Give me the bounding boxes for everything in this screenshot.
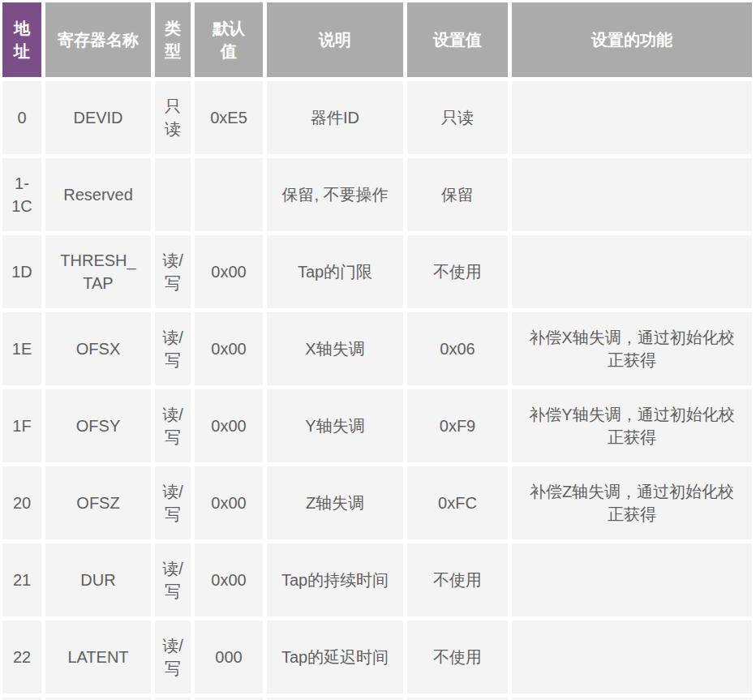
type-cell: 只读 — [155, 81, 191, 154]
col-header-set-value: 设置值 — [407, 2, 508, 77]
address-cell: 1D — [2, 235, 41, 308]
col-header-type: 类型 — [155, 2, 191, 77]
set-value-cell: 0x06 — [407, 312, 508, 385]
address-cell: 20 — [2, 466, 41, 539]
register-name-cell: THRESH_TAP — [45, 235, 151, 308]
description-cell: Tap的门限 — [267, 235, 403, 308]
type-cell — [155, 158, 191, 231]
set-value-cell: 不使用 — [407, 543, 508, 616]
address-cell: 0 — [2, 81, 41, 154]
col-header-description: 说明 — [267, 2, 403, 77]
set-value-cell: 只读 — [407, 81, 508, 154]
set-function-cell — [512, 543, 752, 616]
address-cell: 1F — [2, 389, 41, 462]
description-cell: Z轴失调 — [267, 466, 403, 539]
address-cell: 21 — [2, 543, 41, 616]
col-header-address: 地址 — [2, 2, 41, 77]
type-cell: 读/写 — [155, 466, 191, 539]
register-name-cell: Reserved — [45, 158, 151, 231]
table-row: 21 DUR 读/写 0x00 Tap的持续时间 不使用 — [2, 543, 752, 616]
set-function-cell — [512, 81, 752, 154]
description-cell: 保留, 不要操作 — [267, 158, 403, 231]
table-row: 1E OFSX 读/写 0x00 X轴失调 0x06 补偿X轴失调，通过初始化校… — [2, 312, 752, 385]
set-value-cell: 不使用 — [407, 621, 508, 694]
set-function-cell — [512, 235, 752, 308]
default-value-cell: 0x00 — [195, 312, 263, 385]
table-row: 1-1C Reserved 保留, 不要操作 保留 — [2, 158, 752, 231]
set-function-cell: 补偿Y轴失调，通过初始化校正获得 — [512, 389, 752, 462]
col-header-default-value: 默认值 — [195, 2, 263, 77]
set-function-cell — [512, 621, 752, 694]
description-cell: X轴失调 — [267, 312, 403, 385]
header-row: 地址 寄存器名称 类型 默认值 说明 设置值 设置的功能 — [2, 2, 752, 77]
type-cell: 读/写 — [155, 621, 191, 694]
type-cell: 读/写 — [155, 543, 191, 616]
default-value-cell: 0x00 — [195, 235, 263, 308]
register-name-cell: DUR — [45, 543, 151, 616]
set-value-cell: 0xFC — [407, 466, 508, 539]
type-cell: 读/写 — [155, 389, 191, 462]
register-name-cell: OFSZ — [45, 466, 151, 539]
set-function-cell: 补偿X轴失调，通过初始化校正获得 — [512, 312, 752, 385]
col-header-set-function: 设置的功能 — [512, 2, 752, 77]
type-cell: 读/写 — [155, 235, 191, 308]
default-value-cell: 0x00 — [195, 389, 263, 462]
set-value-cell: 0xF9 — [407, 389, 508, 462]
address-cell: 1E — [2, 312, 41, 385]
default-value-cell: 0xE5 — [195, 81, 263, 154]
description-cell: 器件ID — [267, 81, 403, 154]
default-value-cell: 0x00 — [195, 543, 263, 616]
description-cell: Tap的延迟时间 — [267, 621, 403, 694]
type-cell: 读/写 — [155, 312, 191, 385]
table-row: 0 DEVID 只读 0xE5 器件ID 只读 — [2, 81, 752, 154]
default-value-cell — [195, 158, 263, 231]
col-header-register-name: 寄存器名称 — [45, 2, 151, 77]
table-row: 22 LATENT 读/写 000 Tap的延迟时间 不使用 — [2, 621, 752, 694]
set-function-cell: 补偿Z轴失调，通过初始化校正获得 — [512, 466, 752, 539]
address-cell: 22 — [2, 621, 41, 694]
register-name-cell: OFSX — [45, 312, 151, 385]
set-value-cell: 保留 — [407, 158, 508, 231]
register-name-cell: DEVID — [45, 81, 151, 154]
set-function-cell — [512, 158, 752, 231]
set-value-cell: 不使用 — [407, 235, 508, 308]
address-cell: 1-1C — [2, 158, 41, 231]
register-name-cell: OFSY — [45, 389, 151, 462]
register-name-cell: LATENT — [45, 621, 151, 694]
table-row: 1F OFSY 读/写 0x00 Y轴失调 0xF9 补偿Y轴失调，通过初始化校… — [2, 389, 752, 462]
default-value-cell: 000 — [195, 621, 263, 694]
table-row: 1D THRESH_TAP 读/写 0x00 Tap的门限 不使用 — [2, 235, 752, 308]
default-value-cell: 0x00 — [195, 466, 263, 539]
register-table: 地址 寄存器名称 类型 默认值 说明 设置值 设置的功能 0 DEVID 只读 … — [0, 0, 756, 700]
description-cell: Y轴失调 — [267, 389, 403, 462]
table-row: 20 OFSZ 读/写 0x00 Z轴失调 0xFC 补偿Z轴失调，通过初始化校… — [2, 466, 752, 539]
description-cell: Tap的持续时间 — [267, 543, 403, 616]
